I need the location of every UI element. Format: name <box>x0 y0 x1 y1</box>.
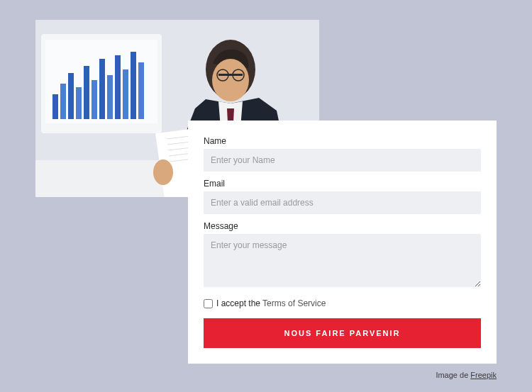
svg-rect-12 <box>123 69 128 119</box>
svg-rect-5 <box>68 73 74 119</box>
credit-link[interactable]: Freepik <box>470 371 497 379</box>
email-field-group: Email <box>204 179 481 214</box>
svg-point-17 <box>212 59 249 101</box>
consent-checkbox[interactable] <box>204 299 213 308</box>
message-label: Message <box>204 221 481 231</box>
svg-rect-7 <box>84 66 89 119</box>
consent-prefix: I accept the <box>216 298 260 308</box>
svg-rect-9 <box>99 59 105 119</box>
svg-rect-8 <box>92 80 97 119</box>
svg-rect-3 <box>52 94 58 119</box>
svg-rect-4 <box>60 84 66 119</box>
name-input[interactable] <box>204 149 481 172</box>
email-label: Email <box>204 179 481 189</box>
name-field-group: Name <box>204 136 481 172</box>
name-label: Name <box>204 136 481 146</box>
message-field-group: Message <box>204 221 481 290</box>
consent-row: I accept the Terms of Service <box>204 298 481 308</box>
svg-rect-13 <box>131 52 136 119</box>
svg-point-27 <box>153 159 173 185</box>
message-input[interactable] <box>204 234 481 287</box>
image-credit: Image de Freepik <box>436 371 497 379</box>
credit-prefix: Image de <box>436 371 470 379</box>
svg-rect-14 <box>138 62 144 119</box>
terms-link[interactable]: Terms of Service <box>262 298 326 308</box>
svg-rect-11 <box>115 55 121 119</box>
svg-rect-18 <box>218 74 243 76</box>
submit-button[interactable]: NOUS FAIRE PARVENIR <box>204 318 481 348</box>
svg-rect-6 <box>76 87 82 119</box>
svg-rect-10 <box>107 75 113 119</box>
contact-form-card: Name Email Message I accept the Terms of… <box>188 121 497 364</box>
email-input[interactable] <box>204 191 481 214</box>
